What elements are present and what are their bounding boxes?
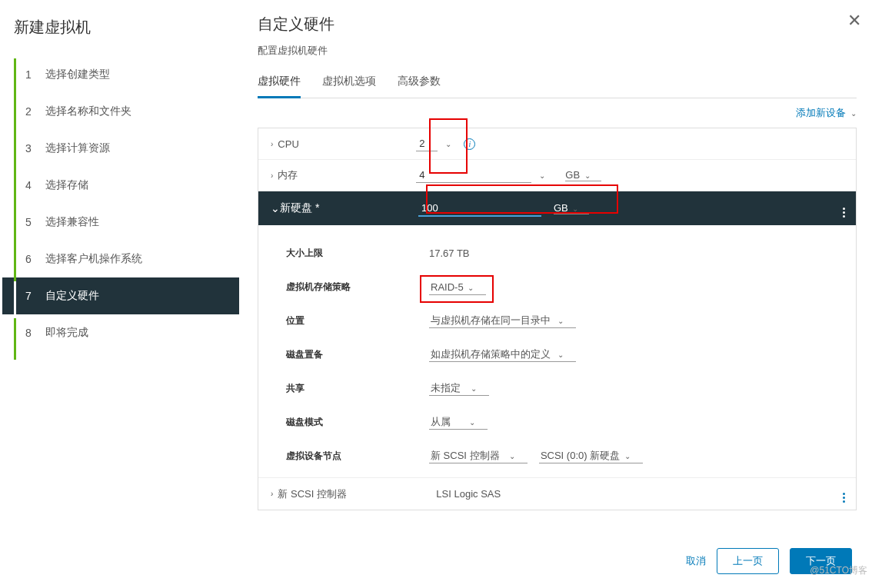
disk-policy-select[interactable]: RAID-5 ⌄ (429, 280, 486, 295)
close-icon[interactable]: ✕ (847, 11, 861, 31)
disk-node-row: 虚拟设备节点 新 SCSI 控制器 ⌄ SCSI (0:0) 新硬盘 ⌄ (286, 439, 856, 473)
memory-input[interactable] (416, 168, 531, 183)
watermark: @51CTO博客 (810, 564, 867, 577)
disk-location-row: 位置 与虚拟机存储在同一目录中 ⌄ (286, 304, 856, 337)
disk-provision-row: 磁盘置备 如虚拟机存储策略中的定义 ⌄ (286, 337, 856, 371)
chevron-right-icon: › (271, 171, 273, 180)
disk-share-select[interactable]: 未指定 ⌄ (429, 380, 489, 396)
scsi-more-icon[interactable] (843, 486, 845, 503)
scsi-value: LSI Logic SAS (436, 488, 501, 500)
chevron-down-icon[interactable]: ⌄ (539, 171, 545, 180)
page-subtitle: 配置虚拟机硬件 (258, 44, 857, 58)
chevron-right-icon: › (271, 490, 273, 498)
memory-unit-select[interactable]: GB ⌄ (565, 169, 601, 181)
disk-max-value: 17.67 TB (429, 247, 470, 259)
step-8: 8即将完成 (2, 314, 239, 351)
disk-policy-row: 虚拟机存储策略 RAID-5 ⌄ (286, 270, 856, 304)
disk-node-controller-select[interactable]: 新 SCSI 控制器 ⌄ (429, 448, 528, 463)
step-4[interactable]: 4选择存储 (2, 167, 239, 204)
tab-virtual-hardware[interactable]: 虚拟硬件 (258, 70, 301, 98)
step-5[interactable]: 5选择兼容性 (2, 204, 239, 241)
step-3[interactable]: 3选择计算资源 (2, 130, 239, 167)
chevron-down-icon: ⌄ (850, 109, 857, 118)
step-7[interactable]: 7自定义硬件 (2, 277, 239, 314)
disk-location-select[interactable]: 与虚拟机存储在同一目录中 ⌄ (429, 313, 576, 328)
step-6[interactable]: 6选择客户机操作系统 (2, 241, 239, 277)
scsi-label: 新 SCSI 控制器 (278, 487, 436, 501)
chevron-right-icon: › (271, 140, 273, 148)
cpu-label: CPU (278, 138, 416, 150)
disk-provision-select[interactable]: 如虚拟机存储策略中的定义 ⌄ (429, 347, 576, 362)
step-2[interactable]: 2选择名称和文件夹 (2, 93, 239, 130)
disk-mode-row: 磁盘模式 从属 ⌄ (286, 405, 856, 439)
step-1[interactable]: 1选择创建类型 (2, 56, 239, 93)
prev-button[interactable]: 上一页 (717, 548, 779, 574)
disk-node-address-select[interactable]: SCSI (0:0) 新硬盘 ⌄ (539, 448, 643, 463)
tab-vm-options[interactable]: 虚拟机选项 (322, 70, 376, 98)
cpu-input[interactable] (416, 136, 438, 151)
disk-size-input[interactable] (418, 201, 541, 217)
disk-unit-select[interactable]: GB ⌄ (554, 202, 589, 214)
page-title: 自定义硬件 (258, 14, 857, 35)
cpu-row[interactable]: › CPU ⌄ i (258, 128, 856, 159)
disk-more-icon[interactable] (843, 200, 845, 218)
chevron-down-icon[interactable]: ⌄ (445, 140, 451, 148)
chevron-down-icon: ⌄ (271, 202, 280, 214)
disk-mode-select[interactable]: 从属 ⌄ (429, 414, 488, 430)
disk-max-row: 大小上限 17.67 TB (286, 236, 856, 270)
new-disk-header[interactable]: ⌄ 新硬盘 * GB ⌄ (258, 191, 856, 225)
new-disk-label: 新硬盘 * (280, 201, 418, 215)
info-icon[interactable]: i (464, 138, 475, 150)
add-device-button[interactable]: 添加新设备 ⌄ (796, 107, 857, 118)
memory-label: 内存 (278, 168, 416, 182)
hardware-panel: › CPU ⌄ i › 内存 ⌄ G (258, 128, 857, 510)
progress-bar (14, 58, 16, 360)
tab-advanced[interactable]: 高级参数 (398, 70, 441, 98)
cancel-button[interactable]: 取消 (686, 554, 706, 568)
scsi-controller-row[interactable]: › 新 SCSI 控制器 LSI Logic SAS (258, 477, 856, 510)
disk-share-row: 共享 未指定 ⌄ (286, 371, 856, 405)
memory-row[interactable]: › 内存 ⌄ GB ⌄ (258, 160, 856, 191)
wizard-title: 新建虚拟机 (0, 14, 239, 56)
